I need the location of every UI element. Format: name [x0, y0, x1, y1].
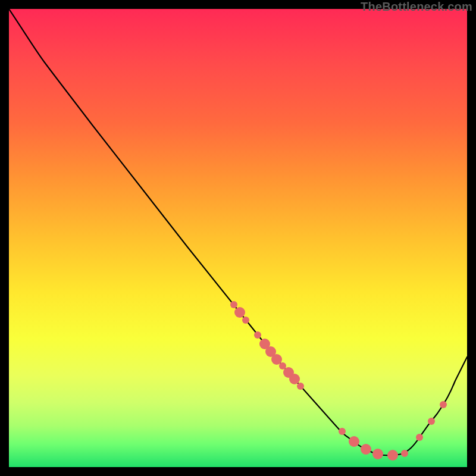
dot — [297, 383, 304, 390]
dot — [230, 301, 237, 308]
dot — [440, 401, 447, 408]
watermark-text: TheBottleneck.com — [361, 0, 472, 13]
dot — [416, 434, 423, 441]
dot — [234, 307, 245, 318]
dot — [254, 331, 261, 339]
highlight-dots — [230, 301, 447, 461]
dot — [242, 317, 249, 324]
dot — [349, 436, 359, 447]
dot — [428, 418, 435, 425]
dot — [372, 449, 383, 459]
dot — [289, 374, 300, 384]
dot — [339, 428, 346, 435]
chart-svg — [9, 9, 467, 467]
dot — [361, 444, 371, 455]
chart-frame — [9, 9, 467, 467]
dot — [401, 450, 408, 457]
dot — [387, 450, 398, 461]
bottleneck-curve — [9, 9, 467, 455]
